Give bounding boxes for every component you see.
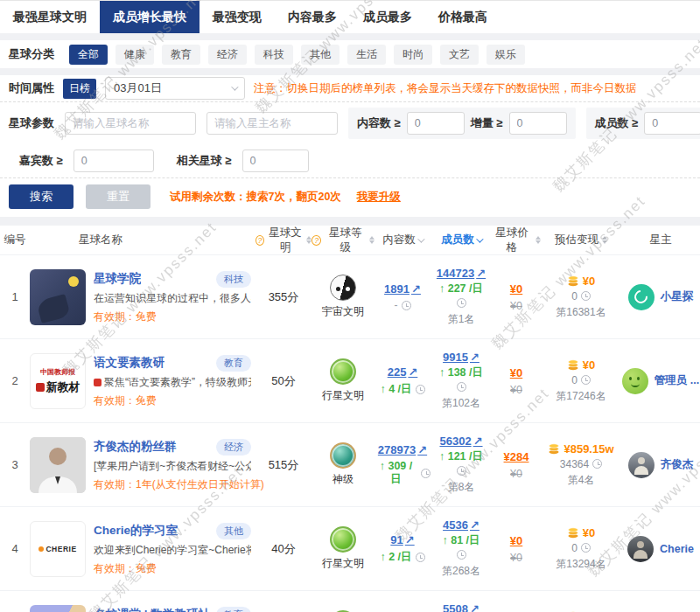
category-all[interactable]: 全部	[69, 45, 108, 65]
tab-highest-price[interactable]: 价格最高	[425, 1, 500, 33]
avatar[interactable]	[627, 536, 654, 562]
planet-description: [苹果用户请到~齐俊杰看财经~公众...	[94, 459, 251, 474]
planet-name-link[interactable]: 语文要素教研	[94, 355, 164, 371]
related-planets-input[interactable]	[242, 150, 309, 172]
category-fashion[interactable]: 时尚	[394, 45, 432, 65]
member-count-link[interactable]: 56302↗	[439, 435, 482, 448]
header-members-sort[interactable]: 成员数	[441, 233, 481, 247]
content-count-link[interactable]: 278973↗	[378, 443, 427, 456]
category-technology[interactable]: 科技	[255, 45, 293, 65]
clock-icon[interactable]	[581, 375, 591, 385]
owner-name-link[interactable]: 小星探	[661, 289, 694, 304]
coins-icon	[567, 527, 579, 539]
ranking-tabbar: 最强星球文明 成员增长最快 最强变现 内容最多 成员最多 价格最高	[0, 0, 700, 33]
price-current-link[interactable]: ¥0	[492, 366, 541, 379]
clock-icon[interactable]	[581, 543, 591, 553]
clock-icon[interactable]	[402, 301, 411, 310]
clock-icon[interactable]	[457, 466, 466, 476]
date-switch-notice: 注意：切换日期后的榜单列表，将会显示当天缓存下的数据快照，而非今日数据	[254, 81, 637, 96]
planet-thumbnail[interactable]: CHERIE	[30, 521, 86, 577]
owner-name-link[interactable]: 管理员 ...	[654, 373, 699, 388]
tab-strongest-monetization[interactable]: 最强变现	[200, 1, 275, 33]
table-row: 3 齐俊杰的粉丝群经济 [苹果用户请到~齐俊杰看财经~公众... 有效期：1年(…	[0, 423, 700, 507]
content-min-input[interactable]	[407, 112, 465, 135]
category-economy[interactable]: 经济	[208, 45, 247, 65]
member-growth: 81 /日	[451, 534, 480, 546]
price-current-link[interactable]: ¥0	[492, 282, 541, 296]
daily-rank-badge[interactable]: 日榜	[63, 79, 96, 99]
planet-name-link[interactable]: 齐俊杰的粉丝群	[94, 439, 177, 455]
clock-icon[interactable]	[457, 382, 466, 392]
category-other[interactable]: 其他	[301, 45, 340, 65]
tab-most-members[interactable]: 成员最多	[350, 1, 425, 33]
coins-icon	[548, 443, 560, 455]
content-count-link[interactable]: 1891↗	[384, 282, 421, 296]
price-current-link[interactable]: ¥0	[492, 534, 541, 547]
row-number: 2	[0, 374, 30, 387]
header-revenue-sort[interactable]: 预估变现	[555, 233, 607, 247]
header-price-sort[interactable]: 星球价格	[492, 226, 541, 255]
table-header: 编号 星球名称 ?星球文明 ?星球等级 内容数 成员数 星球价格 预估变现 星主	[0, 226, 700, 255]
planet-thumbnail[interactable]: 中国教师报 新教材	[30, 353, 86, 409]
tab-most-content[interactable]: 内容最多	[275, 1, 350, 33]
category-art[interactable]: 文艺	[440, 45, 479, 65]
header-level-label: 星球等级	[325, 226, 366, 255]
planet-thumbnail[interactable]	[30, 437, 86, 493]
header-level-sort[interactable]: ?星球等级	[312, 226, 374, 255]
clock-icon[interactable]	[416, 385, 425, 394]
owner-name-input[interactable]	[206, 112, 338, 135]
clock-icon[interactable]	[421, 469, 430, 478]
clock-icon[interactable]	[416, 553, 425, 562]
tab-fastest-member-growth[interactable]: 成员增长最快	[100, 1, 200, 33]
guests-min-input[interactable]	[74, 150, 154, 172]
category-entertainment[interactable]: 娱乐	[486, 45, 525, 65]
content-increment-input[interactable]	[509, 112, 567, 135]
owner-name-link[interactable]: Cherie	[660, 543, 694, 555]
planet-name-input[interactable]	[65, 112, 196, 135]
member-count-link[interactable]: 9915↗	[443, 351, 480, 364]
planet-name-link[interactable]: Cherie的学习室	[94, 523, 178, 539]
clock-icon[interactable]	[592, 459, 602, 469]
header-civilization-sort[interactable]: ?星球文明	[256, 226, 312, 255]
member-rank: 第268名	[442, 564, 480, 579]
content-count-link[interactable]: 91↗	[390, 533, 414, 546]
clock-icon[interactable]	[457, 298, 466, 308]
trial-remaining-text: 试用剩余次数：搜索7次，翻页20次	[170, 190, 341, 205]
member-count-link[interactable]: 144723↗	[437, 267, 486, 280]
member-count-link[interactable]: 4536↗	[443, 518, 480, 532]
time-filter-row: 时间属性 日榜 03月01日 注意：切换日期后的榜单列表，将会显示当天缓存下的数…	[0, 75, 700, 101]
owner-name-link[interactable]: 齐俊杰	[661, 457, 694, 472]
festival-badge-icon	[94, 379, 102, 386]
level-label: 行星文明	[322, 388, 364, 403]
member-count-link[interactable]: 5508↗	[443, 602, 480, 612]
planet-thumbnail[interactable]	[30, 605, 86, 612]
clock-icon[interactable]	[457, 550, 466, 560]
category-education[interactable]: 教育	[162, 45, 200, 65]
chevron-down-icon	[231, 83, 238, 90]
content-count-link[interactable]: 225↗	[388, 365, 418, 379]
category-tag: 其他	[216, 523, 251, 539]
avatar[interactable]	[622, 368, 648, 394]
search-button[interactable]: 搜索	[9, 184, 74, 209]
clock-icon[interactable]	[581, 291, 591, 301]
estimated-revenue: ¥0	[583, 526, 595, 539]
reset-button[interactable]: 重置	[86, 184, 150, 209]
price-current-link[interactable]: ¥284	[492, 450, 541, 463]
avatar[interactable]	[628, 452, 654, 478]
members-min-input[interactable]	[644, 112, 700, 135]
upgrade-link[interactable]: 我要升级	[357, 190, 401, 205]
header-content-sort[interactable]: 内容数	[382, 233, 423, 247]
category-life[interactable]: 生活	[347, 45, 386, 65]
planet-name-link[interactable]: 星球学院	[94, 271, 141, 287]
category-health[interactable]: 健康	[116, 45, 154, 65]
date-select[interactable]: 03月01日	[105, 77, 245, 100]
planet-name-link[interactable]: 名校课堂 | 数学教研社	[94, 607, 210, 612]
category-tag: 教育	[216, 607, 251, 612]
member-count: 5508	[443, 602, 468, 612]
avatar[interactable]	[628, 284, 654, 310]
planet-thumbnail[interactable]	[30, 269, 86, 325]
tab-strongest-civilization[interactable]: 最强星球文明	[0, 1, 100, 33]
estimated-revenue: ¥0	[583, 275, 595, 288]
person-photo	[30, 437, 86, 493]
revenue-rank: 第13294名	[541, 557, 621, 572]
